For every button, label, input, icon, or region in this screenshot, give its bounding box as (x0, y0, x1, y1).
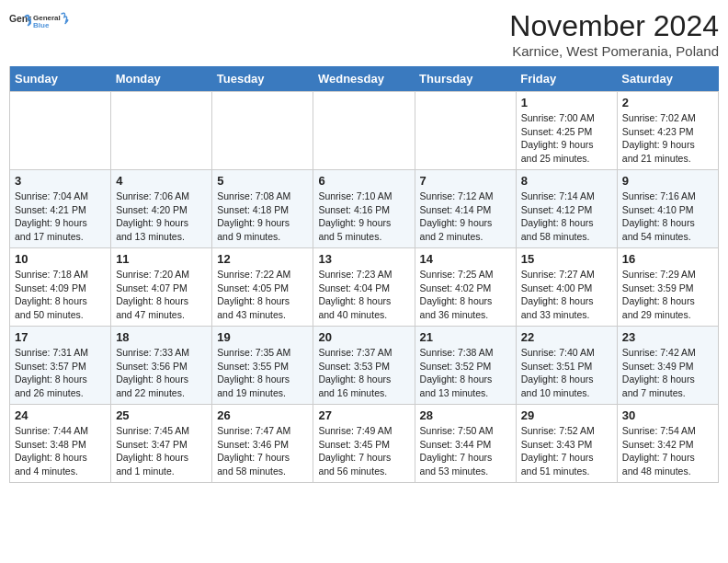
week-row-2: 3Sunrise: 7:04 AM Sunset: 4:21 PM Daylig… (10, 170, 719, 248)
calendar-cell: 2Sunrise: 7:02 AM Sunset: 4:23 PM Daylig… (617, 92, 718, 170)
calendar-cell: 5Sunrise: 7:08 AM Sunset: 4:18 PM Daylig… (212, 170, 313, 248)
calendar-cell: 21Sunrise: 7:38 AM Sunset: 3:52 PM Dayli… (415, 327, 516, 405)
header-monday: Monday (111, 66, 212, 92)
week-row-4: 17Sunrise: 7:31 AM Sunset: 3:57 PM Dayli… (10, 327, 719, 405)
calendar-cell: 3Sunrise: 7:04 AM Sunset: 4:21 PM Daylig… (10, 170, 111, 248)
day-info: Sunrise: 7:33 AM Sunset: 3:56 PM Dayligh… (116, 346, 207, 400)
calendar-cell: 26Sunrise: 7:47 AM Sunset: 3:46 PM Dayli… (212, 405, 313, 483)
calendar-cell: 13Sunrise: 7:23 AM Sunset: 4:04 PM Dayli… (313, 248, 415, 327)
day-info: Sunrise: 7:52 AM Sunset: 3:43 PM Dayligh… (521, 424, 612, 478)
header-sunday: Sunday (10, 66, 111, 92)
calendar-cell (313, 92, 415, 170)
day-number: 8 (521, 174, 612, 188)
day-number: 15 (521, 252, 612, 266)
month-title: November 2024 (509, 9, 719, 43)
calendar-cell: 17Sunrise: 7:31 AM Sunset: 3:57 PM Dayli… (10, 327, 111, 405)
calendar-cell: 11Sunrise: 7:20 AM Sunset: 4:07 PM Dayli… (111, 248, 212, 327)
calendar-cell: 30Sunrise: 7:54 AM Sunset: 3:42 PM Dayli… (617, 405, 718, 483)
day-info: Sunrise: 7:54 AM Sunset: 3:42 PM Dayligh… (622, 424, 713, 478)
day-info: Sunrise: 7:44 AM Sunset: 3:48 PM Dayligh… (15, 424, 106, 478)
day-number: 26 (217, 408, 308, 422)
calendar-cell: 22Sunrise: 7:40 AM Sunset: 3:51 PM Dayli… (516, 327, 617, 405)
header-tuesday: Tuesday (212, 66, 313, 92)
day-info: Sunrise: 7:27 AM Sunset: 4:00 PM Dayligh… (521, 268, 612, 322)
calendar-cell: 14Sunrise: 7:25 AM Sunset: 4:02 PM Dayli… (415, 248, 516, 327)
calendar-cell (212, 92, 313, 170)
day-info: Sunrise: 7:00 AM Sunset: 4:25 PM Dayligh… (521, 111, 612, 166)
day-info: Sunrise: 7:12 AM Sunset: 4:14 PM Dayligh… (420, 190, 511, 244)
day-info: Sunrise: 7:42 AM Sunset: 3:49 PM Dayligh… (622, 346, 713, 400)
day-number: 30 (622, 408, 713, 422)
day-number: 7 (420, 174, 511, 188)
calendar-cell: 18Sunrise: 7:33 AM Sunset: 3:56 PM Dayli… (111, 327, 212, 405)
day-number: 5 (217, 174, 308, 188)
day-number: 2 (622, 96, 713, 109)
day-info: Sunrise: 7:40 AM Sunset: 3:51 PM Dayligh… (521, 346, 612, 400)
day-info: Sunrise: 7:45 AM Sunset: 3:47 PM Dayligh… (116, 424, 207, 478)
day-info: Sunrise: 7:23 AM Sunset: 4:04 PM Dayligh… (318, 268, 409, 322)
calendar-cell: 9Sunrise: 7:16 AM Sunset: 4:10 PM Daylig… (617, 170, 718, 248)
day-info: Sunrise: 7:29 AM Sunset: 3:59 PM Dayligh… (622, 268, 713, 322)
day-info: Sunrise: 7:50 AM Sunset: 3:44 PM Dayligh… (420, 424, 511, 478)
calendar-cell: 16Sunrise: 7:29 AM Sunset: 3:59 PM Dayli… (617, 248, 718, 327)
day-number: 23 (622, 330, 713, 344)
day-number: 28 (420, 408, 511, 422)
calendar-cell: 19Sunrise: 7:35 AM Sunset: 3:55 PM Dayli… (212, 327, 313, 405)
calendar-cell: 23Sunrise: 7:42 AM Sunset: 3:49 PM Dayli… (617, 327, 718, 405)
day-number: 9 (622, 174, 713, 188)
day-number: 21 (420, 330, 511, 344)
day-info: Sunrise: 7:31 AM Sunset: 3:57 PM Dayligh… (15, 346, 106, 400)
day-info: Sunrise: 7:25 AM Sunset: 4:02 PM Dayligh… (420, 268, 511, 322)
day-number: 13 (318, 252, 409, 266)
day-info: Sunrise: 7:18 AM Sunset: 4:09 PM Dayligh… (15, 268, 106, 322)
day-number: 3 (15, 174, 106, 188)
calendar-cell: 4Sunrise: 7:06 AM Sunset: 4:20 PM Daylig… (111, 170, 212, 248)
calendar-cell: 29Sunrise: 7:52 AM Sunset: 3:43 PM Dayli… (516, 405, 617, 483)
day-info: Sunrise: 7:06 AM Sunset: 4:20 PM Dayligh… (116, 190, 207, 244)
day-info: Sunrise: 7:04 AM Sunset: 4:21 PM Dayligh… (15, 190, 106, 244)
logo-graphic: General Blue (33, 9, 70, 37)
calendar-cell (415, 92, 516, 170)
day-number: 14 (420, 252, 511, 266)
day-number: 18 (116, 330, 207, 344)
day-info: Sunrise: 7:20 AM Sunset: 4:07 PM Dayligh… (116, 268, 207, 322)
logo: General General Blue (9, 9, 70, 37)
day-number: 4 (116, 174, 207, 188)
week-row-3: 10Sunrise: 7:18 AM Sunset: 4:09 PM Dayli… (10, 248, 719, 327)
header-thursday: Thursday (415, 66, 516, 92)
day-number: 25 (116, 408, 207, 422)
day-number: 10 (15, 252, 106, 266)
header-wednesday: Wednesday (313, 66, 415, 92)
title-block: November 2024 Karnice, West Pomerania, P… (509, 9, 719, 59)
day-info: Sunrise: 7:14 AM Sunset: 4:12 PM Dayligh… (521, 190, 612, 244)
calendar-table: SundayMondayTuesdayWednesdayThursdayFrid… (9, 66, 719, 483)
calendar-cell: 12Sunrise: 7:22 AM Sunset: 4:05 PM Dayli… (212, 248, 313, 327)
calendar-cell: 7Sunrise: 7:12 AM Sunset: 4:14 PM Daylig… (415, 170, 516, 248)
page-header: General General Blue November 2024 Karni… (9, 9, 719, 59)
week-row-5: 24Sunrise: 7:44 AM Sunset: 3:48 PM Dayli… (10, 405, 719, 483)
day-number: 6 (318, 174, 409, 188)
calendar-cell: 15Sunrise: 7:27 AM Sunset: 4:00 PM Dayli… (516, 248, 617, 327)
day-number: 29 (521, 408, 612, 422)
day-info: Sunrise: 7:22 AM Sunset: 4:05 PM Dayligh… (217, 268, 308, 322)
header-row: SundayMondayTuesdayWednesdayThursdayFrid… (10, 66, 719, 92)
calendar-cell (111, 92, 212, 170)
location-title: Karnice, West Pomerania, Poland (509, 43, 719, 59)
calendar-cell: 28Sunrise: 7:50 AM Sunset: 3:44 PM Dayli… (415, 405, 516, 483)
calendar-cell: 6Sunrise: 7:10 AM Sunset: 4:16 PM Daylig… (313, 170, 415, 248)
day-number: 27 (318, 408, 409, 422)
calendar-cell (10, 92, 111, 170)
day-info: Sunrise: 7:02 AM Sunset: 4:23 PM Dayligh… (622, 111, 713, 166)
header-saturday: Saturday (617, 66, 718, 92)
logo-icon: General (9, 12, 31, 34)
calendar-cell: 1Sunrise: 7:00 AM Sunset: 4:25 PM Daylig… (516, 92, 617, 170)
svg-text:Blue: Blue (33, 21, 50, 29)
day-info: Sunrise: 7:08 AM Sunset: 4:18 PM Dayligh… (217, 190, 308, 244)
calendar-cell: 24Sunrise: 7:44 AM Sunset: 3:48 PM Dayli… (10, 405, 111, 483)
day-number: 17 (15, 330, 106, 344)
calendar-cell: 20Sunrise: 7:37 AM Sunset: 3:53 PM Dayli… (313, 327, 415, 405)
day-number: 12 (217, 252, 308, 266)
day-number: 19 (217, 330, 308, 344)
day-info: Sunrise: 7:35 AM Sunset: 3:55 PM Dayligh… (217, 346, 308, 400)
day-info: Sunrise: 7:16 AM Sunset: 4:10 PM Dayligh… (622, 190, 713, 244)
